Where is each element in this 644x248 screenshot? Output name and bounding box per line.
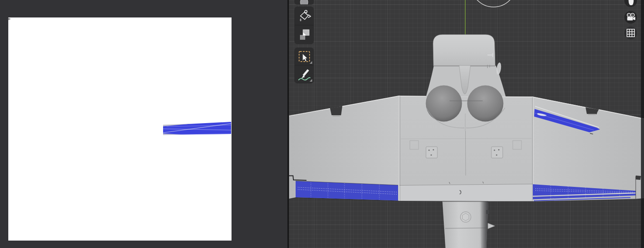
brush-tool-button[interactable]: [295, 0, 313, 4]
camera-view-icon: [624, 11, 637, 24]
tweak-select-tool-button[interactable]: [295, 48, 313, 65]
center-trailing-band: [399, 184, 533, 202]
subtool-corner-icon: [310, 61, 312, 64]
tool-group-top: [295, 0, 313, 4]
aircraft-model[interactable]: [289, 34, 644, 248]
image-editor-canvas-svg: [0, 0, 287, 248]
fuselage-fin: [488, 223, 495, 229]
fill-tool-button[interactable]: [295, 7, 313, 25]
grid-ortho-button[interactable]: [624, 27, 637, 39]
pan-hand-icon: [624, 0, 637, 7]
aileron-gap-notch: [636, 176, 641, 180]
engine-cowling: [433, 34, 495, 66]
3d-viewport[interactable]: [289, 0, 644, 248]
brush-tool-icon: [295, 0, 313, 4]
viewport-scene: [289, 0, 644, 248]
app-window: [0, 0, 644, 248]
clone-tool-button[interactable]: [295, 25, 313, 43]
viewport-edge-strip: [641, 0, 644, 248]
annotate-tool-button[interactable]: [295, 65, 313, 83]
tool-group-paint: [295, 7, 313, 44]
pan-hand-button[interactable]: [624, 0, 637, 7]
wing-hatch-right: [491, 147, 503, 158]
rear-fuselage: [443, 201, 495, 248]
image-editor-panel[interactable]: [0, 0, 287, 248]
clone-tool-icon: [295, 25, 313, 43]
subtool-corner-icon: [310, 79, 312, 82]
grid-ortho-icon: [624, 27, 637, 39]
orbit-gizmo-circle[interactable]: [471, 0, 516, 7]
left-wing-notch: [330, 107, 342, 116]
camera-view-button[interactable]: [624, 11, 637, 24]
fill-tool-icon: [295, 7, 313, 25]
tool-group-select: [295, 48, 313, 83]
left-intake-well: [426, 86, 462, 122]
wing-hatch-left: [426, 147, 437, 158]
